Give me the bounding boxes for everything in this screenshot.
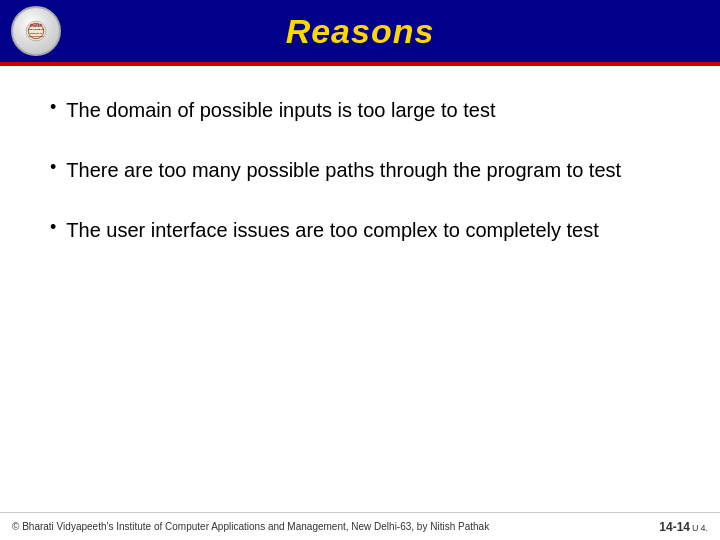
footer-page-main: 14-14 bbox=[659, 520, 690, 534]
slide-footer: © Bharati Vidyapeeth's Institute of Comp… bbox=[0, 512, 720, 540]
svg-text:VIDYAPEETH: VIDYAPEETH bbox=[28, 28, 44, 31]
bullet-item-3: • The user interface issues are too comp… bbox=[50, 216, 670, 244]
bullet-text-3: The user interface issues are too comple… bbox=[66, 216, 598, 244]
bullet-marker-3: • bbox=[50, 217, 56, 238]
bullet-marker-2: • bbox=[50, 157, 56, 178]
footer-copyright: © Bharati Vidyapeeth's Institute of Comp… bbox=[12, 521, 489, 532]
slide: BHARATI VIDYAPEETH NEW DELHI Reasons • T… bbox=[0, 0, 720, 540]
logo-emblem-icon: BHARATI VIDYAPEETH NEW DELHI bbox=[25, 20, 47, 42]
svg-text:BHARATI: BHARATI bbox=[30, 24, 42, 28]
slide-title: Reasons bbox=[286, 12, 435, 51]
bullet-text-2: There are too many possible paths throug… bbox=[66, 156, 621, 184]
bullet-item-1: • The domain of possible inputs is too l… bbox=[50, 96, 670, 124]
bullet-marker-1: • bbox=[50, 97, 56, 118]
slide-header: BHARATI VIDYAPEETH NEW DELHI Reasons bbox=[0, 0, 720, 62]
logo: BHARATI VIDYAPEETH NEW DELHI bbox=[10, 5, 62, 57]
footer-page-subscript: 4. bbox=[700, 523, 708, 533]
bullet-text-1: The domain of possible inputs is too lar… bbox=[66, 96, 495, 124]
slide-content: • The domain of possible inputs is too l… bbox=[0, 66, 720, 512]
footer-page-number: 14-14U 4. bbox=[659, 520, 708, 534]
logo-circle: BHARATI VIDYAPEETH NEW DELHI bbox=[11, 6, 61, 56]
bullet-item-2: • There are too many possible paths thro… bbox=[50, 156, 670, 184]
footer-page-superscript: U bbox=[692, 523, 699, 533]
svg-text:NEW DELHI: NEW DELHI bbox=[30, 32, 43, 34]
